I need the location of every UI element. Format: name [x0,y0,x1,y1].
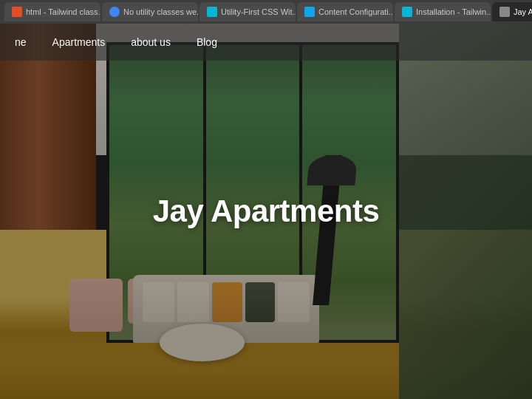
tab-label-5: Installation - Tailwin... [416,7,491,16]
tab-6[interactable]: Jay Ap... ✕ [492,2,532,21]
tab-label-4: Content Configurati... [318,7,393,16]
hero-title: Jay Apartments [153,194,380,229]
tab-label-2: No utility classes we... [123,7,198,16]
nav-apartments[interactable]: Apartments [52,36,106,48]
tab-favicon-6 [499,7,510,17]
browser-tab-bar: html - Tailwind class... ✕ No utility cl… [0,0,532,24]
tab-favicon-4 [304,7,315,17]
tab-favicon-3 [207,7,217,17]
tab-3[interactable]: Utility-First CSS Wit... ✕ [200,2,296,21]
tab-label-3: Utility-First CSS Wit... [221,7,296,16]
tab-favicon-5 [402,7,412,17]
tab-label-6: Jay Ap... [514,7,532,16]
tab-favicon-2 [109,7,120,17]
tab-5[interactable]: Installation - Tailwin... ✕ [395,2,491,21]
tab-4[interactable]: Content Configurati... ✕ [297,2,393,21]
nav-blog[interactable]: Blog [197,36,217,48]
nav-home[interactable]: ne [15,36,27,48]
tab-2[interactable]: No utility classes we... ✕ [102,2,198,21]
navigation: ne Apartments about us Blog [0,24,532,61]
tab-favicon-1 [12,7,22,17]
tab-label-1: html - Tailwind class... [26,7,100,16]
nav-about[interactable]: about us [131,36,171,48]
website-content: ne Apartments about us Blog Jay Apartmen… [0,24,532,399]
tab-1[interactable]: html - Tailwind class... ✕ [4,2,100,21]
